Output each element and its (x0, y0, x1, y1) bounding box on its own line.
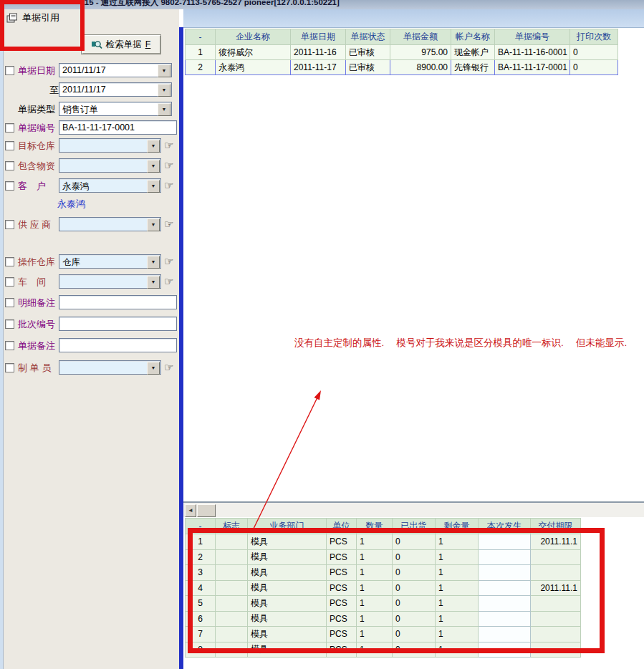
cell[interactable]: 模具 (248, 611, 327, 627)
cell[interactable]: 1 (186, 45, 216, 60)
cell[interactable]: 8900.00 (390, 60, 451, 75)
dropdown-arrow-icon[interactable]: ▼ (147, 140, 160, 153)
checkbox-batch-no[interactable] (5, 319, 14, 329)
cell[interactable]: PCS (327, 549, 357, 565)
cell[interactable]: PCS (327, 596, 357, 612)
cell[interactable]: 模具 (248, 642, 327, 658)
document-lines-grid[interactable]: -标志业务部门单位数量已出货剩余量本次发生交付期限1模具PCS1012011.1… (185, 518, 581, 658)
search-documents-button[interactable]: 检索单据 F (81, 34, 161, 54)
cell[interactable]: PCS (327, 565, 357, 581)
cell[interactable] (216, 549, 248, 565)
window-titlebar[interactable]: 115 - 通过互联网接入 9802-7113-5765-2527 pionee… (0, 0, 644, 9)
cell[interactable]: 2 (186, 60, 216, 75)
dropdown-arrow-icon[interactable]: ▼ (147, 218, 160, 231)
panel-divider[interactable] (179, 27, 183, 669)
cell[interactable]: 2011-11-16 (291, 45, 346, 60)
table-row[interactable]: 2模具PCS101 (186, 549, 581, 565)
cell[interactable]: 1 (357, 642, 393, 658)
cell[interactable]: PCS (327, 580, 357, 596)
include-material-combo[interactable]: ▼ (59, 158, 161, 173)
cell[interactable] (479, 596, 531, 612)
cell[interactable]: 1 (436, 642, 479, 658)
cell[interactable]: 0 (393, 580, 436, 596)
cell[interactable]: 1 (357, 580, 393, 596)
cell[interactable] (216, 642, 248, 658)
cell[interactable]: PCS (327, 611, 357, 627)
checkbox-doc-date[interactable] (5, 66, 14, 75)
cell[interactable]: 模具 (248, 627, 327, 642)
cell[interactable]: 1 (436, 596, 479, 612)
dropdown-arrow-icon[interactable]: ▼ (147, 362, 160, 375)
cell[interactable]: 4 (186, 580, 216, 596)
cell[interactable]: 已审核 (346, 45, 390, 60)
cell[interactable]: 1 (357, 549, 393, 565)
documents-grid[interactable]: -企业名称单据日期单据状态单据金额帐户名称单据编号打印次数1彼得威尔2011-1… (185, 29, 618, 75)
checkbox-supplier[interactable] (5, 220, 14, 229)
cell[interactable]: BA-11-11-16-0001 (495, 45, 570, 60)
cell[interactable]: PCS (327, 534, 357, 550)
cell[interactable]: 0 (393, 565, 436, 581)
cell[interactable]: 1 (436, 580, 479, 596)
cell[interactable]: 2 (186, 549, 216, 565)
cell[interactable]: 1 (436, 565, 479, 581)
table-row[interactable]: 3模具PCS101 (186, 565, 581, 581)
cell[interactable] (531, 627, 581, 642)
batch-no-input[interactable] (59, 317, 177, 331)
cell[interactable]: 1 (357, 596, 393, 612)
cell[interactable]: 7 (186, 627, 216, 642)
picker-hand-icon-operate-warehouse[interactable]: ☞ (164, 255, 173, 268)
cell[interactable]: 模具 (248, 596, 327, 612)
cell[interactable]: 5 (186, 596, 216, 612)
cell[interactable] (216, 565, 248, 581)
cell[interactable]: 0 (393, 596, 436, 612)
scroll-left-arrow-icon[interactable]: ◄ (185, 504, 196, 517)
table-row[interactable]: 1模具PCS1012011.11.1 (186, 534, 581, 550)
cell[interactable] (479, 580, 531, 596)
table-row[interactable]: 4模具PCS1012011.11.1 (186, 580, 581, 596)
cell[interactable] (479, 549, 531, 565)
doc-date-combo[interactable]: 2011/11/17▼ (59, 63, 172, 77)
cell[interactable]: 1 (357, 565, 393, 581)
dropdown-arrow-icon[interactable]: ▼ (147, 180, 160, 193)
checkbox-detail-remark[interactable] (5, 298, 14, 307)
dropdown-arrow-icon[interactable]: ▼ (147, 276, 160, 289)
doc-remark-input[interactable] (59, 338, 177, 352)
cell[interactable]: 3 (186, 565, 216, 581)
cell[interactable]: 8 (186, 642, 216, 658)
cell[interactable]: 0 (393, 611, 436, 627)
cell[interactable] (216, 580, 248, 596)
cell[interactable]: 2011.11.1 (531, 534, 581, 550)
picker-hand-icon-supplier[interactable]: ☞ (164, 218, 173, 231)
checkbox-operate-warehouse[interactable] (5, 257, 14, 266)
cell[interactable]: 现金帐户 (451, 45, 495, 60)
cell[interactable]: 0 (570, 60, 618, 75)
cell[interactable]: BA-11-11-17-0001 (495, 60, 570, 75)
detail-remark-input[interactable] (59, 295, 177, 309)
doc-no-input[interactable]: BA-11-11-17-0001 (59, 120, 177, 135)
cell[interactable]: 0 (393, 534, 436, 550)
checkbox-doc-no[interactable] (5, 123, 14, 133)
cell[interactable]: PCS (327, 627, 357, 642)
checkbox-customer[interactable] (5, 181, 14, 191)
picker-hand-icon-customer[interactable]: ☞ (164, 179, 173, 192)
scrollbar-thumb[interactable] (197, 504, 216, 517)
cell[interactable]: 1 (186, 534, 216, 550)
picker-hand-icon-include-material[interactable]: ☞ (164, 159, 173, 172)
cell[interactable]: 模具 (248, 580, 327, 596)
checkbox-target-warehouse[interactable] (5, 141, 14, 150)
cell[interactable]: 0 (393, 642, 436, 658)
dropdown-arrow-icon[interactable]: ▼ (147, 256, 160, 269)
cell[interactable] (216, 627, 248, 642)
cell[interactable]: 2011.11.1 (531, 580, 581, 596)
dropdown-arrow-icon[interactable]: ▼ (158, 103, 170, 116)
table-row[interactable]: 7模具PCS101 (186, 627, 581, 642)
creator-combo[interactable]: ▼ (59, 360, 161, 375)
cell[interactable] (531, 642, 581, 658)
cell[interactable] (479, 534, 531, 550)
picker-hand-icon-creator[interactable]: ☞ (164, 361, 173, 374)
cell[interactable]: 先锋银行 (451, 60, 495, 75)
cell[interactable] (531, 596, 581, 612)
doc-type-combo[interactable]: 销售订单▼ (59, 102, 172, 116)
dropdown-arrow-icon[interactable]: ▼ (158, 64, 170, 77)
table-row[interactable]: 6模具PCS101 (186, 611, 581, 627)
